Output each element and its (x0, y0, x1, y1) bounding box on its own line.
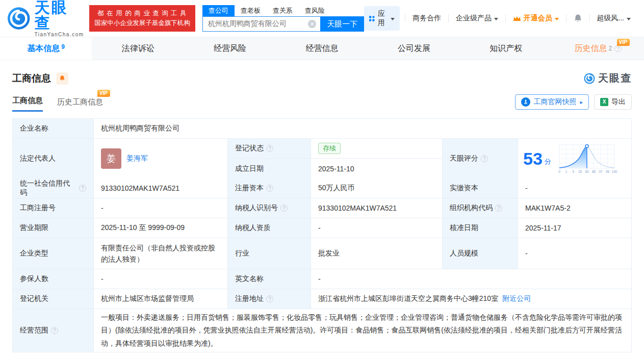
label-text: 统一社会信用代码 (20, 179, 76, 197)
search-tab-relation[interactable]: 查关系 (267, 5, 299, 16)
field-label: 核准日期 (443, 218, 518, 238)
nav-business-cooperation[interactable]: 商务合作 (406, 14, 447, 23)
search-button[interactable]: 天眼一下 (320, 16, 364, 32)
tab-label: 基本信息 (27, 43, 60, 54)
nav-open-vip[interactable]: 开通会员 (507, 14, 565, 23)
help-icon[interactable]: ? (280, 204, 288, 212)
tab-intellectual-property[interactable]: 知识产权 (460, 37, 552, 60)
score-axis-tick: 100 (611, 170, 617, 173)
top-header: 天眼查 TianYanCha.com 都 在 用 的 商 业 查 询 工 具 国… (0, 0, 644, 37)
divider (448, 14, 449, 22)
table-row: 法定代表人 姜 姜海军 登记状态 ? 存续 成立日期 2025-11-10 (13, 139, 631, 178)
help-icon[interactable]: ? (495, 204, 502, 212)
excel-icon: X (600, 98, 608, 106)
status-date-stack: 登记状态 ? 存续 成立日期 2025-11-10 (228, 139, 443, 178)
crown-icon (513, 15, 521, 22)
official-snapshot-button[interactable]: 工商官网快照 ▸ (515, 94, 589, 110)
establish-date-value: 2025-11-10 (311, 159, 442, 178)
credit-code-value: 91330102MAK1W7A521 (94, 178, 228, 198)
reg-capital-value: 50万人民币 (311, 178, 443, 198)
search-tab-boss[interactable]: 查老板 (235, 5, 267, 16)
org-code-value: MAK1W7A5-2 (518, 198, 631, 218)
score-value: 53 (523, 150, 543, 167)
tab-label: 法律诉讼 (122, 43, 154, 54)
score-axis-tick: 1 (565, 170, 568, 173)
reg-address-cell: 浙江省杭州市上城区彭埠街道天空之翼商务中心3幢210室 附近公司 (311, 289, 631, 309)
legal-rep-link[interactable]: 姜海军 (126, 154, 148, 163)
divider (405, 14, 405, 22)
field-label: 行业 (228, 238, 311, 269)
score-unit: 分 (545, 157, 551, 166)
score-axis-tick: 3 (572, 170, 574, 173)
nav-super-risk[interactable]: 超级风... (590, 14, 637, 23)
divider (505, 14, 506, 22)
subtab-history-business-info[interactable]: VIP 历史工商信息 (57, 97, 103, 112)
watermark-text: 天眼查 (598, 71, 632, 85)
nav-label: 商务合作 (413, 14, 441, 23)
score-axis-tick: 0 (558, 170, 560, 173)
monitor-bell-button[interactable] (56, 72, 68, 85)
chevron-down-icon (494, 18, 498, 20)
label-text: 注册地址 (235, 294, 264, 303)
tab-label: 知识产权 (490, 43, 522, 54)
search-tabs: 查公司 查老板 查关系 查风险 (202, 5, 365, 16)
field-label: 企业名称 (13, 119, 94, 138)
nearby-companies-link[interactable]: 附近公司 (502, 294, 531, 303)
field-label: 经营范围 ? (13, 309, 94, 352)
label-text: 经营范围 (20, 326, 48, 335)
brand-name: 天眼查 (34, 0, 84, 31)
tab-history-info[interactable]: VIP 历史信息 2 ? (552, 37, 644, 60)
business-info-table: 企业名称 杭州杭周鸭商贸有限公司 法定代表人 姜 姜海军 登记状态 ? 存续 (12, 118, 632, 352)
search-tab-risk[interactable]: 查风险 (299, 5, 331, 16)
help-icon[interactable]: ? (614, 45, 622, 52)
help-icon[interactable]: ? (51, 327, 58, 334)
field-label: 天眼评分 ? (443, 139, 518, 178)
table-row: 统一社会信用代码 ? 91330102MAK1W7A521 注册资本 ? 50万… (13, 178, 631, 198)
paid-capital-value: - (518, 178, 631, 198)
avatar[interactable]: 姜 (101, 148, 121, 169)
tab-label: 经营风险 (214, 43, 246, 54)
apps-label: 应用 (378, 9, 388, 28)
tab-company-development[interactable]: 公司发展 (368, 37, 460, 60)
industry-value: 批发业 (311, 238, 443, 269)
tab-business-info[interactable]: 经营信息 (276, 37, 368, 60)
notification-bell[interactable] (568, 14, 588, 23)
promo-line1: 都 在 用 的 商 业 查 询 工 具 (94, 9, 190, 18)
promo-banner: 都 在 用 的 商 业 查 询 工 具 国家中小企业发展子基金旗下机构 (89, 5, 195, 32)
field-label: 营业期限 (13, 218, 94, 238)
company-type-value: 有限责任公司（非自然人投资或控股的法人独资） (94, 238, 228, 269)
tab-legal-proceedings[interactable]: 法律诉讼 (92, 37, 184, 60)
stamp-icon (521, 97, 530, 107)
field-label: 法定代表人 (13, 139, 94, 178)
field-label: 注册地址 ? (228, 289, 311, 309)
tab-basic-info[interactable]: 基本信息 9 (0, 37, 92, 60)
insured-count-value: - (94, 269, 228, 289)
help-icon[interactable]: ? (79, 185, 86, 192)
score-distribution-chart: 0 1 3 15 50 85 97 99 100 (556, 143, 619, 174)
watermark-logo: 天眼查 (584, 71, 632, 85)
button-label: 导出 (611, 97, 626, 107)
tianyancha-logo[interactable]: 天眼查 TianYanCha.com (7, 0, 84, 37)
tab-operational-risk[interactable]: 经营风险 (184, 37, 276, 60)
business-term-value: 2025-11-10 至 9999-09-09 (94, 218, 228, 238)
search-tab-company[interactable]: 查公司 (202, 5, 235, 16)
tianyan-score-cell[interactable]: 53 分 (518, 139, 631, 178)
score-axis: 0 1 3 15 50 85 97 99 100 (558, 170, 617, 173)
main-content: 工商信息 天眼查 工商信息 VIP 历史工商信息 工商官网快照 (0, 71, 644, 352)
subtab-business-info[interactable]: 工商信息 (12, 96, 43, 112)
nav-enterprise-products[interactable]: 企业级产品 (450, 14, 504, 23)
field-label: 企业类型 (13, 238, 94, 269)
score-axis-tick: 97 (599, 170, 603, 173)
tab-label: 经营信息 (305, 43, 338, 54)
status-badge: 存续 (318, 143, 341, 154)
label-text: 登记状态 (235, 144, 264, 153)
company-tabbar: 基本信息 9 法律诉讼 经营风险 经营信息 公司发展 知识产权 VIP 历史信息… (0, 37, 644, 60)
help-icon[interactable]: ? (266, 145, 273, 152)
apps-menu-button[interactable]: 应用 (364, 6, 400, 31)
export-button[interactable]: X 导出 (594, 94, 632, 110)
help-icon[interactable]: ? (266, 295, 273, 302)
help-icon[interactable]: ? (266, 185, 273, 192)
search-input[interactable] (202, 16, 321, 32)
help-icon[interactable]: ? (481, 155, 488, 162)
reg-number-value: - (94, 198, 228, 218)
